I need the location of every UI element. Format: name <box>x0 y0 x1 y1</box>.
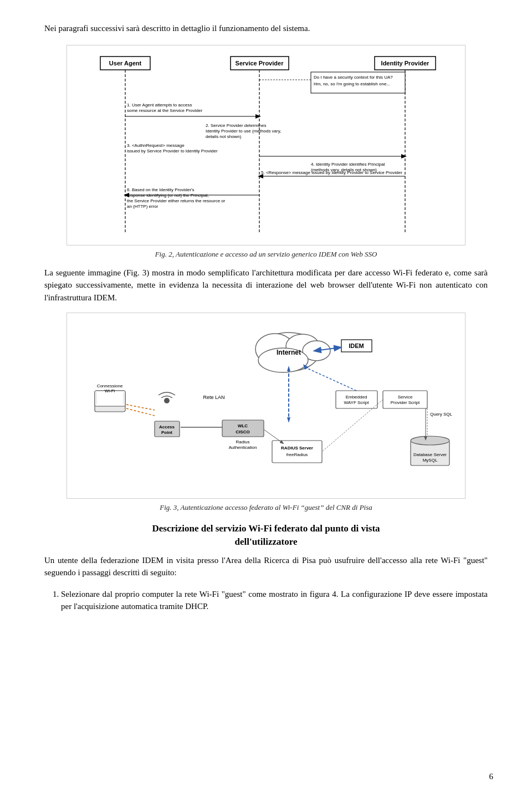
svg-text:2. Service Provider determines: 2. Service Provider determines <box>206 123 266 128</box>
svg-text:an (HTTP) error: an (HTTP) error <box>127 204 158 209</box>
svg-text:Identity Provider: Identity Provider <box>381 60 430 66</box>
steps-list: Selezionare dal proprio computer la rete… <box>44 588 488 613</box>
section-heading: Descrizione del servizio Wi-Fi federato … <box>44 522 488 549</box>
svg-text:Service Provider: Service Provider <box>236 60 284 66</box>
svg-text:Service: Service <box>398 395 413 400</box>
svg-text:details not shown): details not shown) <box>206 134 242 139</box>
svg-rect-64 <box>272 441 322 463</box>
svg-text:User Agent: User Agent <box>109 60 142 66</box>
svg-text:Provider Script: Provider Script <box>391 400 420 405</box>
page-number: 6 <box>489 772 494 781</box>
svg-text:Embedded: Embedded <box>346 395 367 400</box>
svg-text:WLC: WLC <box>238 423 248 428</box>
intro-paragraph: Nei paragrafi successivi sarà descritto … <box>44 22 488 35</box>
svg-text:Authentication: Authentication <box>229 445 257 450</box>
sso-sequence-diagram: User Agent Service Provider Identity Pro… <box>73 51 459 239</box>
svg-text:RADIUS Server: RADIUS Server <box>281 446 313 451</box>
svg-text:CISCO: CISCO <box>236 429 249 434</box>
svg-text:Connessione: Connessione <box>97 383 123 388</box>
svg-point-80 <box>411 436 449 445</box>
svg-text:MySQL: MySQL <box>423 458 438 463</box>
svg-text:Identity Provider to use (meth: Identity Provider to use (methods vary, <box>206 129 281 134</box>
svg-text:Point: Point <box>161 430 172 435</box>
sso-svg-wrapper: User Agent Service Provider Identity Pro… <box>73 51 459 239</box>
svg-text:the Service Provider either re: the Service Provider either returns the … <box>127 198 226 203</box>
svg-text:Rete LAN: Rete LAN <box>203 395 224 400</box>
paragraph-2: Un utente della federazione IDEM in visi… <box>44 554 488 579</box>
sso-diagram-box: User Agent Service Provider Identity Pro… <box>66 45 466 245</box>
sso-diagram-container: User Agent Service Provider Identity Pro… <box>44 45 488 245</box>
svg-rect-74 <box>383 391 427 408</box>
svg-line-85 <box>305 367 356 391</box>
svg-text:Wi-Fi: Wi-Fi <box>105 388 115 393</box>
svg-rect-71 <box>336 391 377 408</box>
fig3-caption: Fig. 3, Autenticazione accesso federato … <box>44 503 488 512</box>
svg-text:some resource at the Service P: some resource at the Service Provider <box>127 108 202 113</box>
svg-text:Internet: Internet <box>277 349 301 356</box>
svg-text:issued by Service Provider to : issued by Service Provider to Identity P… <box>127 149 218 154</box>
network-diagram-svg: Internet IDEM Connessione Wi-Fi Access <box>73 319 461 490</box>
svg-marker-69 <box>287 417 290 423</box>
svg-marker-16 <box>255 114 261 119</box>
svg-text:Query SQL: Query SQL <box>430 412 453 417</box>
svg-text:IDEM: IDEM <box>349 342 364 349</box>
net-diagram-container: Internet IDEM Connessione Wi-Fi Access <box>44 313 488 499</box>
net-diagram-box: Internet IDEM Connessione Wi-Fi Access <box>66 313 466 499</box>
svg-text:6. Based on the Identity Provi: 6. Based on the Identity Provider's <box>127 187 195 192</box>
paragraph-1: La seguente immagine (Fig. 3) mostra in … <box>44 267 488 304</box>
svg-text:WAYF Script: WAYF Script <box>344 400 370 405</box>
list-item-1: Selezionare dal proprio computer la rete… <box>61 588 488 613</box>
svg-text:1. User Agent attempts to acce: 1. User Agent attempts to access <box>127 103 192 108</box>
svg-text:freeRadius: freeRadius <box>287 452 308 457</box>
svg-text:Do I have a security context f: Do I have a security context for this UA… <box>314 75 393 80</box>
svg-text:4. Identity Provider identifie: 4. Identity Provider identifies Principa… <box>311 162 385 167</box>
svg-marker-35 <box>124 193 129 197</box>
fig2-caption: Fig. 2, Autenticazione e accesso ad un s… <box>44 250 488 259</box>
svg-point-51 <box>164 398 170 403</box>
svg-text:5. <Response> message issued b: 5. <Response> message issued by Identity… <box>261 170 402 175</box>
svg-marker-23 <box>401 154 407 158</box>
svg-text:Access: Access <box>159 424 175 429</box>
svg-text:Radius: Radius <box>236 439 250 444</box>
svg-text:3. <AuthnRequest> message: 3. <AuthnRequest> message <box>127 143 185 148</box>
svg-text:Database Server: Database Server <box>413 452 447 457</box>
svg-text:Hm, no, so I'm going to establ: Hm, no, so I'm going to establish one... <box>314 81 390 86</box>
